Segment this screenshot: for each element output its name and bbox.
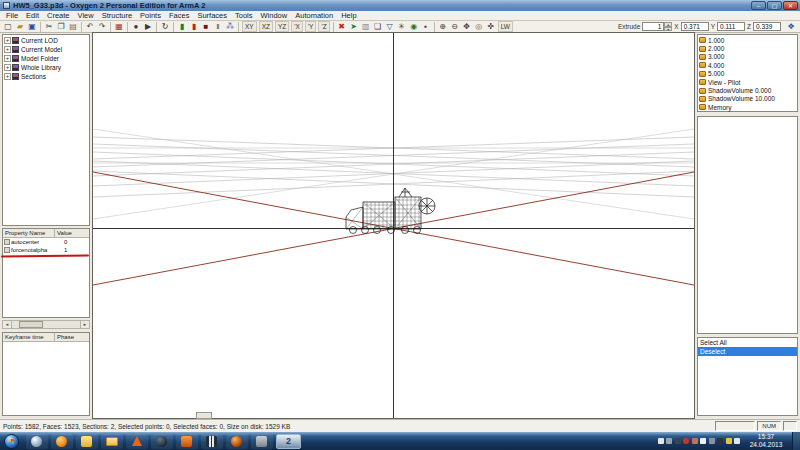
tray-icon-power[interactable]	[658, 438, 664, 444]
tray-icon-update[interactable]	[717, 438, 723, 444]
menu-help[interactable]: Help	[337, 11, 360, 21]
lod-item-2[interactable]: 2.000	[698, 44, 797, 52]
tree-item-sections[interactable]: + Sections	[3, 72, 89, 81]
target-icon[interactable]: ◉	[408, 21, 420, 32]
axis-button-y[interactable]: 'Y	[305, 21, 317, 32]
red-bar-icon[interactable]: ▮	[188, 21, 200, 32]
taskbar-app-notes[interactable]	[76, 434, 98, 449]
taskbar-app-vlc[interactable]	[126, 434, 148, 449]
menu-faces[interactable]: Faces	[165, 11, 193, 21]
tray-icon-volume[interactable]	[734, 438, 740, 444]
extrude-field[interactable]: 1	[642, 22, 664, 31]
taskbar-app-explorer[interactable]	[101, 434, 123, 449]
expand-icon[interactable]: +	[4, 37, 11, 44]
coord-y-field[interactable]: 0.111	[717, 22, 745, 31]
tray-icon-mail[interactable]	[700, 438, 706, 444]
lw-button[interactable]: LW	[498, 21, 513, 32]
selection-item-deselect[interactable]: Deselect	[698, 347, 797, 356]
taskbar-app-oxygen2-active[interactable]: 2	[276, 434, 301, 449]
axis-button-z[interactable]: 'Z	[318, 21, 329, 32]
compass-icon[interactable]: ❖	[785, 21, 797, 32]
minimize-button[interactable]: –	[751, 1, 766, 10]
menu-tools[interactable]: Tools	[231, 11, 257, 21]
lod-item-4[interactable]: 4.000	[698, 61, 797, 69]
chip-icon[interactable]: ▪	[420, 21, 432, 32]
property-row-autocenter[interactable]: autocenter 0	[3, 238, 89, 246]
viewport-scrollbar-thumb[interactable]	[196, 412, 212, 419]
expand-icon[interactable]: +	[4, 55, 11, 62]
show-desktop-button[interactable]	[792, 432, 800, 450]
tree-item-model-folder[interactable]: + Model Folder	[3, 54, 89, 63]
expand-icon[interactable]: +	[4, 64, 11, 71]
pan-icon[interactable]: ✥	[461, 21, 473, 32]
tree-item-whole-library[interactable]: + Whole Library	[3, 63, 89, 72]
play-icon[interactable]: ▶	[142, 21, 154, 32]
expand-icon[interactable]: +	[4, 46, 11, 53]
axis-button-xy[interactable]: XY	[242, 21, 257, 32]
left-panel-hscrollbar[interactable]: ◄ ►	[2, 320, 90, 329]
green-bar-icon[interactable]: ▮	[176, 21, 188, 32]
funnel-icon[interactable]: ▽	[384, 21, 396, 32]
tree-item-current-lod[interactable]: + Current LOD	[3, 36, 89, 45]
copy-icon[interactable]: ❐	[55, 21, 67, 32]
resize-grip[interactable]	[783, 421, 797, 431]
lod-item-shadowvolume-10[interactable]: ShadowVolume 10.000	[698, 95, 797, 103]
scroll-left-icon[interactable]: ◄	[3, 321, 12, 328]
tray-icon-sync[interactable]	[692, 438, 698, 444]
menu-automation[interactable]: Automation	[291, 11, 337, 21]
axis-button-yz[interactable]: YZ	[275, 21, 289, 32]
menu-view[interactable]: View	[74, 11, 98, 21]
redo-icon[interactable]: ↷	[96, 21, 108, 32]
taskbar-app-steam[interactable]	[151, 434, 173, 449]
zoom-out-icon[interactable]: ⊖	[449, 21, 461, 32]
paste-icon[interactable]: ▤	[67, 21, 79, 32]
red-grid-icon[interactable]: ▦	[113, 21, 125, 32]
taskbar-app-firefox[interactable]	[51, 434, 73, 449]
lod-item-memory[interactable]: Memory	[698, 103, 797, 111]
zoom-in-icon[interactable]: ⊕	[437, 21, 449, 32]
taskbar-app-browser[interactable]	[26, 434, 48, 449]
open-folder-icon[interactable]: ▰	[14, 21, 26, 32]
taskbar-app-totalcmd[interactable]	[201, 434, 223, 449]
start-button[interactable]	[4, 434, 19, 449]
coord-x-field[interactable]: 0.371	[681, 22, 709, 31]
property-row-forcenotalpha[interactable]: forcenotalpha 1	[3, 246, 89, 254]
cut-icon[interactable]: ✂	[43, 21, 55, 32]
menu-create[interactable]: Create	[43, 11, 74, 21]
axis-button-x[interactable]: 'X	[291, 21, 303, 32]
select-arrow-icon[interactable]: ✜	[485, 21, 497, 32]
named-selections-list[interactable]	[697, 116, 798, 334]
taskbar-app-media[interactable]	[226, 434, 248, 449]
lod-item-5[interactable]: 5.000	[698, 70, 797, 78]
taskbar-app-download-manager[interactable]	[176, 434, 198, 449]
green-arrow-icon[interactable]: ➤	[348, 21, 360, 32]
lod-item-view-pilot[interactable]: View - Pilot	[698, 78, 797, 86]
record-dot-icon[interactable]: ●	[130, 21, 142, 32]
taskbar-clock[interactable]: 15:37 24.04.2013	[743, 433, 789, 449]
title-bar[interactable]: HW5_G33.p3d - Oxygen 2 Personal Edition …	[0, 0, 800, 11]
asterisk-icon[interactable]: ✳	[396, 21, 408, 32]
new-file-icon[interactable]: ▢	[2, 21, 14, 32]
menu-file[interactable]: File	[2, 11, 22, 21]
paw-icon[interactable]: ⁂	[224, 21, 236, 32]
tray-icon-shield[interactable]	[726, 438, 732, 444]
undo-icon[interactable]: ↶	[84, 21, 96, 32]
maximize-button[interactable]: ▢	[767, 1, 782, 10]
dark-square-icon[interactable]: ■	[200, 21, 212, 32]
selection-item-select-all[interactable]: Select All	[698, 338, 797, 347]
viewport-3d[interactable]	[92, 32, 695, 419]
pin-pair-icon[interactable]: ‖	[212, 21, 224, 32]
spinner-down-icon[interactable]: ▾	[664, 27, 672, 32]
camera-icon[interactable]: ◎	[473, 21, 485, 32]
extrude-spinner[interactable]: ▴ ▾	[664, 22, 672, 31]
red-cross-icon[interactable]: ✖	[336, 21, 348, 32]
close-button[interactable]: ✕	[783, 1, 798, 10]
tray-icon-network[interactable]	[709, 438, 715, 444]
expand-icon[interactable]: +	[4, 73, 11, 80]
tree-item-current-model[interactable]: + Current Model	[3, 45, 89, 54]
tray-icon-security[interactable]	[683, 438, 689, 444]
tray-icon-gpu[interactable]	[675, 438, 681, 444]
scroll-right-icon[interactable]: ►	[80, 321, 89, 328]
taskbar-app-utility[interactable]	[251, 434, 273, 449]
refresh-icon[interactable]: ↻	[159, 21, 171, 32]
